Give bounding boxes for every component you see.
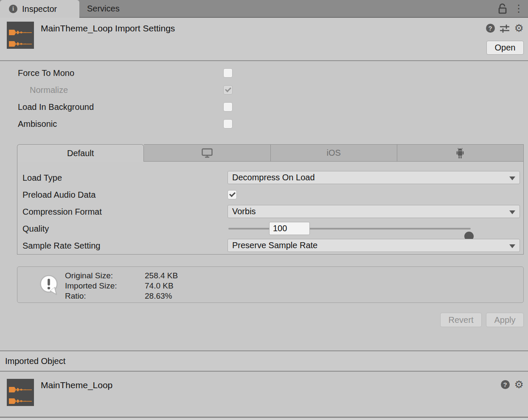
preload-audio-data-checkbox[interactable] xyxy=(227,190,237,199)
load-type-value: Decompress On Load xyxy=(232,173,315,182)
panel-divider-strip xyxy=(0,418,528,420)
sample-rate-setting-dropdown[interactable]: Preserve Sample Rate xyxy=(227,239,520,252)
imported-object-header: MainTheme_Loop ? ⚙ xyxy=(0,372,528,417)
notice-icon xyxy=(39,275,59,295)
tab-strip: i Inspector Services ⋮ xyxy=(0,0,528,18)
info-icon: i xyxy=(9,5,17,13)
menu-icon[interactable]: ⋮ xyxy=(513,3,525,14)
ratio-label: Ratio: xyxy=(65,291,145,301)
presets-icon[interactable] xyxy=(500,23,510,34)
page-title: MainTheme_Loop Import Settings xyxy=(41,23,175,34)
row-preload-audio-data: Preload Audio Data xyxy=(17,186,524,203)
sample-rate-setting-value: Preserve Sample Rate xyxy=(232,241,317,250)
force-to-mono-label: Force To Mono xyxy=(18,68,74,78)
sample-rate-setting-label: Sample Rate Setting xyxy=(22,241,100,251)
monitor-icon xyxy=(202,148,213,158)
quality-input[interactable] xyxy=(269,222,310,235)
compression-format-dropdown[interactable]: Vorbis xyxy=(227,205,520,218)
tab-services[interactable]: Services xyxy=(79,0,139,17)
row-load-type: Load Type Decompress On Load xyxy=(17,169,524,186)
imported-size-label: Imported Size: xyxy=(65,281,145,291)
gear-icon[interactable]: ⚙ xyxy=(514,23,524,34)
help-icon[interactable]: ? xyxy=(501,380,510,389)
force-to-mono-checkbox[interactable] xyxy=(223,68,233,78)
lock-icon[interactable] xyxy=(497,3,508,14)
tab-inspector-label: Inspector xyxy=(22,4,57,14)
apply-button[interactable]: Apply xyxy=(486,313,524,327)
platform-tab-standalone[interactable] xyxy=(144,144,270,162)
android-icon xyxy=(455,148,465,159)
row-sample-rate-setting: Sample Rate Setting Preserve Sample Rate xyxy=(17,237,524,254)
load-in-background-checkbox[interactable] xyxy=(223,102,233,112)
original-size-value: 258.4 KB xyxy=(145,271,178,280)
load-type-label: Load Type xyxy=(22,173,62,183)
row-quality: Quality xyxy=(17,220,524,237)
chevron-down-icon xyxy=(509,176,515,180)
ratio-value: 28.63% xyxy=(145,291,172,301)
tab-inspector[interactable]: i Inspector xyxy=(0,0,79,18)
info-row-imported-size: Imported Size: 74.0 KB xyxy=(65,281,178,291)
row-compression-format: Compression Format Vorbis xyxy=(17,203,524,220)
compression-format-value: Vorbis xyxy=(232,207,256,216)
original-size-label: Original Size: xyxy=(65,271,145,280)
audioclip-icon xyxy=(7,22,34,49)
imported-object-label: Imported Object xyxy=(5,356,65,366)
platform-settings-body: Load Type Decompress On Load Preload Aud… xyxy=(17,162,524,255)
platform-tab-default[interactable]: Default xyxy=(17,144,144,162)
platform-tab-ios[interactable]: iOS xyxy=(271,144,397,162)
ambisonic-checkbox[interactable] xyxy=(223,119,233,129)
imported-size-value: 74.0 KB xyxy=(145,281,174,291)
load-in-background-label: Load In Background xyxy=(18,102,94,112)
preload-audio-data-label: Preload Audio Data xyxy=(22,190,95,200)
info-row-original-size: Original Size: 258.4 KB xyxy=(65,271,178,281)
row-load-in-background: Load In Background xyxy=(0,98,528,115)
row-normalize: Normalize xyxy=(0,81,528,98)
chevron-down-icon xyxy=(509,244,515,248)
ambisonic-label: Ambisonic xyxy=(18,119,57,129)
chevron-down-icon xyxy=(509,210,515,214)
platform-tab-android[interactable] xyxy=(397,144,524,162)
row-ambisonic: Ambisonic xyxy=(0,115,528,132)
help-icon[interactable]: ? xyxy=(486,24,495,33)
quality-slider[interactable] xyxy=(228,228,471,230)
platform-tab-default-label: Default xyxy=(67,148,94,158)
row-force-to-mono: Force To Mono xyxy=(0,64,528,81)
info-row-ratio: Ratio: 28.63% xyxy=(65,291,178,301)
normalize-label: Normalize xyxy=(30,85,68,95)
normalize-checkbox xyxy=(223,85,233,95)
quality-label: Quality xyxy=(22,224,49,234)
platform-tab-ios-label: iOS xyxy=(326,148,340,158)
gear-icon[interactable]: ⚙ xyxy=(514,379,524,390)
platform-settings-box: Default iOS xyxy=(17,144,524,255)
imported-object-title: MainTheme_Loop xyxy=(41,380,112,390)
compression-info-box: Original Size: 258.4 KB Imported Size: 7… xyxy=(17,266,524,303)
compression-format-label: Compression Format xyxy=(22,207,102,217)
load-type-dropdown[interactable]: Decompress On Load xyxy=(227,171,520,184)
tab-services-label: Services xyxy=(87,4,120,14)
audioclip-icon xyxy=(7,379,34,406)
revert-button[interactable]: Revert xyxy=(440,313,482,327)
open-button[interactable]: Open xyxy=(486,41,524,55)
imported-object-bar: Imported Object xyxy=(0,350,528,372)
import-settings-header: MainTheme_Loop Import Settings ? ⚙ Open xyxy=(0,18,528,61)
